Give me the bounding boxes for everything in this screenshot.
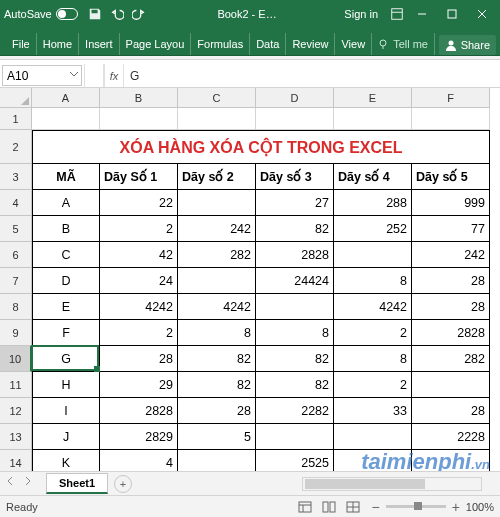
tab-page-layout[interactable]: Page Layou	[120, 33, 192, 55]
col-head-d[interactable]: D	[256, 88, 334, 108]
header-1[interactable]: Dãy Số 1	[100, 164, 178, 190]
cell[interactable]: 2	[100, 320, 178, 346]
row-head-7[interactable]: 7	[0, 268, 32, 294]
cell[interactable]: 2228	[412, 424, 490, 450]
name-box[interactable]: A10	[2, 65, 82, 86]
cell[interactable]: 33	[334, 398, 412, 424]
cell[interactable]: 2	[100, 216, 178, 242]
zoom-slider[interactable]	[386, 505, 446, 508]
cell[interactable]: H	[32, 372, 100, 398]
redo-icon[interactable]	[132, 7, 146, 21]
horizontal-scrollbar[interactable]	[302, 477, 482, 491]
header-2[interactable]: Dãy số 2	[178, 164, 256, 190]
cell[interactable]: 29	[100, 372, 178, 398]
row-head-13[interactable]: 13	[0, 424, 32, 450]
cell[interactable]: 22	[100, 190, 178, 216]
cell[interactable]: 27	[256, 190, 334, 216]
cell[interactable]: 82	[256, 346, 334, 372]
cell[interactable]: 2828	[100, 398, 178, 424]
cell[interactable]: 2829	[100, 424, 178, 450]
tab-data[interactable]: Data	[250, 33, 286, 55]
cell[interactable]	[256, 424, 334, 450]
cell[interactable]: 28	[412, 398, 490, 424]
cell[interactable]: 242	[412, 242, 490, 268]
col-head-b[interactable]: B	[100, 88, 178, 108]
add-sheet-button[interactable]: +	[114, 475, 132, 493]
tab-insert[interactable]: Insert	[79, 33, 120, 55]
autosave-toggle[interactable]: AutoSave	[4, 8, 78, 20]
cell[interactable]: 2282	[256, 398, 334, 424]
zoom-in-button[interactable]: +	[452, 499, 460, 515]
cell[interactable]: A	[32, 190, 100, 216]
cell[interactable]: B	[32, 216, 100, 242]
view-page-layout-icon[interactable]	[318, 499, 340, 515]
row-head-4[interactable]: 4	[0, 190, 32, 216]
cell[interactable]	[412, 372, 490, 398]
row-head-6[interactable]: 6	[0, 242, 32, 268]
cell[interactable]: F	[32, 320, 100, 346]
cell[interactable]: 252	[334, 216, 412, 242]
zoom-out-button[interactable]: −	[371, 499, 379, 515]
cell[interactable]	[178, 268, 256, 294]
formula-bar[interactable]: G	[124, 64, 500, 87]
cell[interactable]: 42	[100, 242, 178, 268]
cell[interactable]: 82	[256, 372, 334, 398]
sheet-nav-next[interactable]	[23, 476, 39, 492]
tab-home[interactable]: Home	[37, 33, 79, 55]
cell[interactable]: 28	[412, 294, 490, 320]
cell[interactable]: 4242	[178, 294, 256, 320]
col-head-f[interactable]: F	[412, 88, 490, 108]
cell[interactable]: 282	[178, 242, 256, 268]
header-4[interactable]: Dãy số 4	[334, 164, 412, 190]
cell[interactable]	[178, 190, 256, 216]
fx-button[interactable]: fx	[104, 64, 124, 87]
share-button[interactable]: Share	[439, 35, 496, 55]
tab-file[interactable]: File	[4, 33, 37, 55]
undo-icon[interactable]	[110, 7, 124, 21]
cell[interactable]: 5	[178, 424, 256, 450]
cell[interactable]: 28	[100, 346, 178, 372]
cell[interactable]	[256, 294, 334, 320]
row-head-12[interactable]: 12	[0, 398, 32, 424]
cell[interactable]: 999	[412, 190, 490, 216]
maximize-button[interactable]	[438, 2, 466, 26]
cell[interactable]	[334, 108, 412, 130]
cell[interactable]: 77	[412, 216, 490, 242]
save-icon[interactable]	[88, 7, 102, 21]
row-head-11[interactable]: 11	[0, 372, 32, 398]
col-head-c[interactable]: C	[178, 88, 256, 108]
cell[interactable]: 2828	[412, 320, 490, 346]
cell[interactable]	[178, 108, 256, 130]
cell[interactable]: D	[32, 268, 100, 294]
cell[interactable]: 2828	[256, 242, 334, 268]
row-head-5[interactable]: 5	[0, 216, 32, 242]
cell[interactable]	[334, 242, 412, 268]
cell[interactable]: I	[32, 398, 100, 424]
cell[interactable]	[32, 108, 100, 130]
cell[interactable]: 242	[178, 216, 256, 242]
cell[interactable]: 8	[256, 320, 334, 346]
header-5[interactable]: Dãy số 5	[412, 164, 490, 190]
cell[interactable]: 24424	[256, 268, 334, 294]
cell[interactable]: 288	[334, 190, 412, 216]
cell[interactable]: G	[32, 346, 100, 372]
close-button[interactable]	[468, 2, 496, 26]
cell[interactable]: 2	[334, 320, 412, 346]
tell-me[interactable]: Tell me	[372, 33, 435, 55]
cell[interactable]: C	[32, 242, 100, 268]
sheet-nav-prev[interactable]	[5, 476, 21, 492]
cell[interactable]: 8	[178, 320, 256, 346]
header-3[interactable]: Dãy số 3	[256, 164, 334, 190]
col-head-a[interactable]: A	[32, 88, 100, 108]
sheet-tab-1[interactable]: Sheet1	[46, 473, 108, 494]
minimize-button[interactable]	[408, 2, 436, 26]
cell[interactable]: 2	[334, 372, 412, 398]
cell[interactable]: 4242	[334, 294, 412, 320]
row-head-9[interactable]: 9	[0, 320, 32, 346]
ribbon-options-icon[interactable]	[390, 7, 404, 21]
cell[interactable]: 8	[334, 346, 412, 372]
cell[interactable]	[256, 108, 334, 130]
scrollbar-thumb[interactable]	[305, 479, 425, 489]
row-head-3[interactable]: 3	[0, 164, 32, 190]
cell[interactable]: 28	[178, 398, 256, 424]
